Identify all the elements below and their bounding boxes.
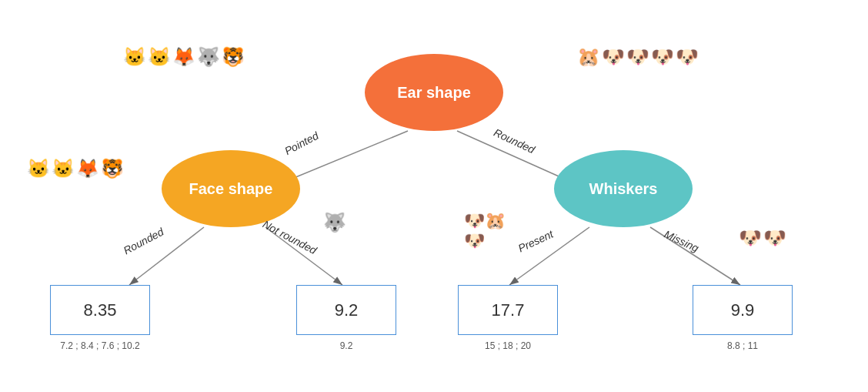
edge-label-pointed: Pointed bbox=[282, 129, 320, 157]
emoji-missing: 🐶🐶 bbox=[739, 227, 786, 249]
emoji-mid-left: 🐱🐱🦊🐯 bbox=[27, 158, 124, 179]
emoji-top-left: 🐱🐱🦊🐺🐯 bbox=[123, 46, 245, 68]
leaf-box-9-9: 9.9 bbox=[693, 285, 793, 335]
leaf-box-17-7: 17.7 bbox=[458, 285, 558, 335]
emoji-wolf: 🐺 bbox=[323, 212, 346, 233]
edge-label-missing: Missing bbox=[663, 228, 701, 255]
tree-container: 🐱🐱🦊🐺🐯 🐹🐶🐶🐶🐶 🐱🐱🦊🐯 Ear shape Face shape Wh… bbox=[0, 0, 868, 392]
edge-label-not-rounded: Not rounded bbox=[261, 218, 319, 256]
edge-label-rounded-face: Rounded bbox=[122, 226, 166, 257]
sub-label-17-7: 15 ; 18 ; 20 bbox=[462, 340, 554, 351]
emoji-present: 🐶🐹 🐶 bbox=[464, 212, 506, 250]
edge-label-present: Present bbox=[516, 228, 555, 255]
sub-label-8-35: 7.2 ; 8.4 ; 7.6 ; 10.2 bbox=[42, 340, 158, 351]
sub-label-9-9: 8.8 ; 11 bbox=[700, 340, 785, 351]
node-face-shape: Face shape bbox=[162, 150, 300, 227]
sub-label-9-2: 9.2 bbox=[308, 340, 385, 351]
emoji-top-right: 🐹🐶🐶🐶🐶 bbox=[577, 46, 699, 68]
edge-label-rounded-ear: Rounded bbox=[492, 126, 536, 156]
node-whiskers: Whiskers bbox=[554, 150, 693, 227]
leaf-box-9-2: 9.2 bbox=[296, 285, 396, 335]
node-ear-shape: Ear shape bbox=[365, 54, 503, 131]
leaf-box-8-35: 8.35 bbox=[50, 285, 150, 335]
